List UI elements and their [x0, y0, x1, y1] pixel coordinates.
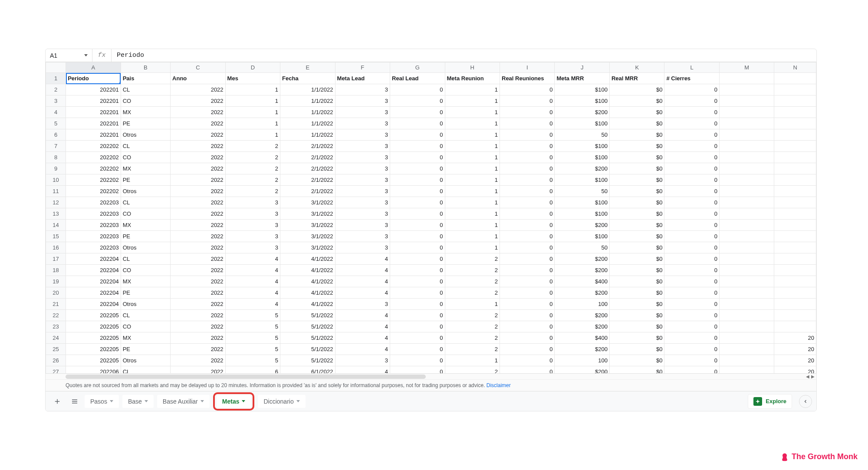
triangle-right-icon[interactable]: ▶	[811, 374, 815, 379]
cell[interactable]: 0	[664, 276, 719, 287]
cell[interactable]: 202201	[66, 84, 121, 95]
cell[interactable]: 0	[390, 107, 445, 118]
cell[interactable]	[774, 310, 816, 321]
cell[interactable]: 2022	[171, 253, 225, 265]
sheet-tab-diccionario[interactable]: Diccionario	[258, 395, 305, 408]
cell[interactable]: 3	[335, 208, 390, 220]
cell[interactable]: MX	[121, 276, 170, 287]
cell[interactable]: 0	[664, 95, 719, 107]
cell[interactable]	[774, 220, 816, 231]
row-header[interactable]: 23	[46, 321, 66, 332]
cell[interactable]: 0	[390, 174, 445, 186]
cell[interactable]	[719, 208, 774, 220]
cell[interactable]: 0	[390, 265, 445, 276]
cell[interactable]: 0	[664, 355, 719, 366]
cell[interactable]	[719, 366, 774, 374]
cell[interactable]: 4	[335, 265, 390, 276]
column-header[interactable]: H	[445, 62, 500, 73]
cell[interactable]: 5	[225, 321, 280, 332]
sheet-tab-pasos[interactable]: Pasos	[85, 395, 119, 408]
cell[interactable]: 1	[445, 129, 500, 141]
cell[interactable]: 2022	[171, 129, 225, 141]
cell[interactable]	[719, 141, 774, 152]
cell[interactable]	[774, 265, 816, 276]
cell[interactable]: 0	[500, 299, 555, 310]
cell[interactable]: 0	[500, 220, 555, 231]
cell[interactable]: 0	[500, 332, 555, 344]
cell[interactable]: 1/1/2022	[280, 95, 335, 107]
cell[interactable]: 100	[555, 299, 609, 310]
cell[interactable]	[774, 208, 816, 220]
add-sheet-button[interactable]	[50, 394, 65, 409]
cell[interactable]	[774, 118, 816, 129]
cell[interactable]: $200	[555, 265, 609, 276]
cell[interactable]	[719, 129, 774, 141]
cell[interactable]: 4	[335, 276, 390, 287]
row-header[interactable]: 13	[46, 208, 66, 220]
column-header[interactable]: B	[121, 62, 170, 73]
cell[interactable]: 202202	[66, 152, 121, 163]
cell[interactable]: $0	[609, 129, 664, 141]
cell[interactable]: $200	[555, 220, 609, 231]
row-header[interactable]: 8	[46, 152, 66, 163]
cell[interactable]: 1	[445, 355, 500, 366]
cell[interactable]: 1	[445, 299, 500, 310]
cell[interactable]: 0	[664, 253, 719, 265]
cell[interactable]: 2	[225, 152, 280, 163]
column-header[interactable]: G	[390, 62, 445, 73]
cell[interactable]: $100	[555, 141, 609, 152]
cell[interactable]: 202201	[66, 118, 121, 129]
cell[interactable]: 5/1/2022	[280, 321, 335, 332]
cell[interactable]: Meta Reunion	[445, 73, 500, 84]
cell[interactable]	[719, 299, 774, 310]
cell[interactable]: 3	[335, 197, 390, 208]
cell[interactable]: $100	[555, 118, 609, 129]
cell[interactable]: 0	[500, 344, 555, 355]
column-header[interactable]: N	[774, 62, 816, 73]
cell[interactable]: 2/1/2022	[280, 174, 335, 186]
cell[interactable]: 0	[500, 253, 555, 265]
cell[interactable]: 0	[390, 321, 445, 332]
cell[interactable]: 0	[664, 310, 719, 321]
cell[interactable]	[719, 186, 774, 197]
cell[interactable]: 2	[225, 141, 280, 152]
cell[interactable]: Meta Lead	[335, 73, 390, 84]
cell[interactable]	[774, 107, 816, 118]
cell[interactable]: 1	[225, 129, 280, 141]
cell[interactable]: 100	[555, 355, 609, 366]
cell[interactable]: Anno	[171, 73, 225, 84]
row-header[interactable]: 14	[46, 220, 66, 231]
cell[interactable]: PE	[121, 287, 170, 299]
row-header[interactable]: 19	[46, 276, 66, 287]
cell[interactable]: 2022	[171, 118, 225, 129]
cell[interactable]: 4	[335, 310, 390, 321]
cell[interactable]: PE	[121, 231, 170, 242]
cell[interactable]: 202205	[66, 310, 121, 321]
cell[interactable]: # Cierres	[664, 73, 719, 84]
cell[interactable]: $0	[609, 208, 664, 220]
cell[interactable]: 5	[225, 310, 280, 321]
cell[interactable]: 4/1/2022	[280, 253, 335, 265]
explore-button[interactable]: Explore	[748, 394, 792, 409]
cell[interactable]: 0	[390, 310, 445, 321]
cell[interactable]: $0	[609, 253, 664, 265]
cell[interactable]	[719, 73, 774, 84]
cell[interactable]: 3	[335, 355, 390, 366]
cell[interactable]: Real Lead	[390, 73, 445, 84]
cell[interactable]: 0	[390, 95, 445, 107]
cell[interactable]: 202205	[66, 355, 121, 366]
column-header[interactable]: K	[609, 62, 664, 73]
cell[interactable]: 2	[445, 287, 500, 299]
cell[interactable]: 4	[335, 253, 390, 265]
horizontal-scrollbar[interactable]: ◀ ▶	[46, 373, 816, 379]
cell[interactable]: 2	[445, 332, 500, 344]
row-header[interactable]: 27	[46, 366, 66, 374]
cell[interactable]: $0	[609, 186, 664, 197]
cell[interactable]: 0	[664, 107, 719, 118]
cell[interactable]: CL	[121, 253, 170, 265]
cell[interactable]	[774, 141, 816, 152]
cell[interactable]: 1	[445, 197, 500, 208]
cell[interactable]: 0	[664, 321, 719, 332]
cell[interactable]: 202204	[66, 299, 121, 310]
cell[interactable]: $200	[555, 344, 609, 355]
